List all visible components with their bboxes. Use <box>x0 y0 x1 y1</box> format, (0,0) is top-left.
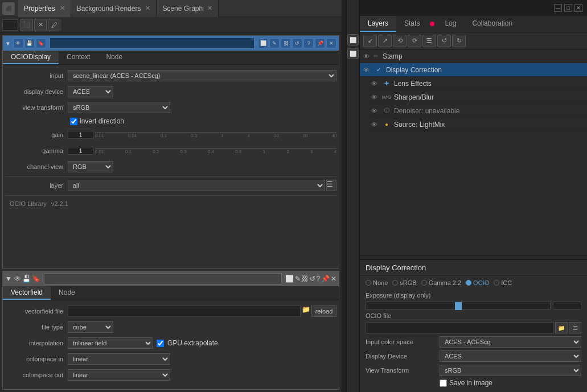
ocio-reload-btn[interactable]: ↺ <box>292 38 302 48</box>
ocio-close-btn[interactable]: ✕ <box>326 38 336 48</box>
tab-ocio-node[interactable]: Node <box>98 51 130 64</box>
vf-reload-btn[interactable]: reload <box>311 306 337 317</box>
right-tool-btn-2[interactable]: ↗ <box>378 35 392 47</box>
right-tool-btn-4[interactable]: ⟳ <box>408 35 421 47</box>
vf-pin-btn[interactable]: 📌 <box>321 275 330 283</box>
exposure-slider[interactable] <box>366 302 551 310</box>
toolbar-btn-3[interactable]: 🖊 <box>48 19 60 31</box>
layer-eye-display-correction[interactable]: 👁 <box>363 67 373 73</box>
vf-close-btn[interactable]: ✕ <box>331 275 336 283</box>
vf-link-btn[interactable]: ⛓ <box>302 275 309 283</box>
ocio-eye-btn[interactable]: 👁 <box>13 38 23 48</box>
tab-properties[interactable]: Properties ✕ <box>18 0 71 17</box>
right-tab-layers[interactable]: Layers <box>360 16 396 32</box>
layer-menu-btn[interactable]: ☰ <box>326 180 336 191</box>
right-tool-btn-6[interactable]: ↺ <box>437 35 451 47</box>
toolbar-btn-1[interactable]: ⬛ <box>20 19 33 31</box>
right-tab-stats[interactable]: Stats <box>396 16 428 32</box>
vf-file-type-select[interactable]: cube <box>68 321 113 333</box>
layer-eye-source-lightmix[interactable]: 👁 <box>371 121 381 128</box>
right-tool-btn-7[interactable]: ↻ <box>452 35 466 47</box>
vf-file-input[interactable]: LATE/projects/0018_rowParking/maya/LUT/f… <box>68 306 301 317</box>
ocio-file-browse-btn[interactable]: 📁 <box>555 322 568 333</box>
vectorfield-collapse-arrow[interactable]: ▼ <box>5 275 12 283</box>
radio-ocio[interactable]: OCIO <box>466 279 489 286</box>
right-tab-log[interactable]: Log <box>437 16 464 32</box>
gain-slider-track[interactable] <box>95 132 336 133</box>
input-colorspace-select[interactable]: ACES - ACEScg <box>440 336 581 348</box>
win-close-btn[interactable]: ✕ <box>574 4 582 12</box>
tab-close-properties[interactable]: ✕ <box>60 5 65 12</box>
tab-background-renders[interactable]: Background Renders ✕ <box>71 0 157 17</box>
layer-item-sharpen-blur[interactable]: 👁 IMG Sharpen/Blur <box>368 90 587 104</box>
layer-item-denoiser[interactable]: 👁 ⓘ Denoiser: unavailable <box>368 104 587 118</box>
ocio-collapse-arrow[interactable]: ▼ <box>5 40 11 47</box>
side-icon-1[interactable]: ⬜ <box>347 34 359 46</box>
win-restore-btn[interactable]: □ <box>564 4 572 12</box>
vf-colorspace-in-select[interactable]: linear <box>68 353 170 365</box>
vectorfield-node-name-input[interactable]: Vectorfield2 <box>44 273 282 284</box>
radio-gamma22[interactable]: Gamma 2.2 <box>421 279 461 286</box>
vf-reload-btn[interactable]: ↺ <box>310 275 315 283</box>
ocio-node-name-input[interactable]: OCIODisplay1 <box>50 38 254 49</box>
radio-icc[interactable]: ICC <box>494 279 512 286</box>
vf-bookmark-btn[interactable]: 🔖 <box>32 275 40 283</box>
ocio-pin-btn[interactable]: 📌 <box>315 38 325 48</box>
ocio-view-btn[interactable]: ⬜ <box>258 38 268 48</box>
gamma-input[interactable] <box>68 147 93 155</box>
right-tool-btn-3[interactable]: ⟲ <box>393 35 407 47</box>
ocio-edit-btn[interactable]: ✎ <box>269 38 280 48</box>
vf-colorspace-out-select[interactable]: linear <box>68 369 170 381</box>
radio-srgb[interactable]: sRGB <box>392 279 416 286</box>
radio-none[interactable]: None <box>366 279 388 286</box>
right-tool-btn-1[interactable]: ↙ <box>363 35 377 47</box>
gain-input[interactable] <box>68 131 93 139</box>
exposure-value-input[interactable]: 0.000 <box>553 302 581 310</box>
layer-eye-denoiser[interactable]: 👁 <box>371 108 381 114</box>
tab-close-background-renders[interactable]: ✕ <box>145 5 150 12</box>
layer-item-lens-effects[interactable]: 👁 ✚ Lens Effects <box>368 77 587 90</box>
layer-item-stamp[interactable]: 👁 ✏ Stamp <box>360 49 587 63</box>
channel-view-select[interactable]: RGB <box>68 161 113 172</box>
vf-gpu-extrapolate-checkbox[interactable] <box>157 340 164 347</box>
input-select[interactable]: scene_linear (ACES - ACEScg) <box>68 70 336 81</box>
vf-interpolation-select[interactable]: trilinear field <box>68 337 153 349</box>
win-minimize-btn[interactable]: — <box>554 4 562 12</box>
right-tool-btn-5[interactable]: ☰ <box>422 35 436 47</box>
vf-view-btn[interactable]: ⬜ <box>285 275 294 283</box>
layer-item-source-lightmix[interactable]: 👁 ● Source: LightMix <box>368 118 587 131</box>
view-transform-select[interactable]: sRGB <box>68 102 170 113</box>
display-device-select[interactable]: ACES <box>68 86 113 97</box>
gamma-slider-track[interactable] <box>95 148 336 149</box>
ocio-file-path-input[interactable]: C:/aces_1.2/config.ocio <box>366 322 554 333</box>
tab-vf-node[interactable]: Node <box>51 286 83 300</box>
ocio-link-btn[interactable]: ⛓ <box>281 38 291 48</box>
vf-help-btn[interactable]: ? <box>317 275 321 283</box>
vf-eye-btn[interactable]: 👁 <box>14 275 21 283</box>
invert-direction-checkbox[interactable] <box>70 118 77 125</box>
ocio-save-btn[interactable]: 💾 <box>24 38 35 48</box>
toolbar-number[interactable]: 10 <box>2 19 18 31</box>
side-icon-2[interactable]: ⬜ <box>347 48 359 59</box>
vf-edit-btn[interactable]: ✎ <box>295 275 301 283</box>
vf-save-btn[interactable]: 💾 <box>22 275 31 283</box>
tab-ocio-display[interactable]: OCIODisplay <box>3 51 59 64</box>
toolbar-btn-2[interactable]: ✕ <box>34 19 47 31</box>
view-transform-props-select[interactable]: sRGB <box>440 365 581 376</box>
save-in-image-checkbox[interactable] <box>440 379 447 387</box>
layer-eye-sharpen-blur[interactable]: 👁 <box>371 94 381 101</box>
layer-select[interactable]: all <box>68 180 325 191</box>
tab-vf-vectorfield[interactable]: Vectorfield <box>3 286 51 300</box>
vf-file-browse-btn[interactable]: 📁 <box>302 306 310 317</box>
layer-eye-stamp[interactable]: 👁 <box>363 53 373 60</box>
ocio-file-menu-btn[interactable]: ☰ <box>569 322 581 333</box>
layer-item-display-correction[interactable]: 👁 ✔ Display Correction <box>360 63 587 77</box>
right-tab-collaboration[interactable]: Collaboration <box>464 16 520 32</box>
ocio-bookmark-btn[interactable]: 🔖 <box>36 38 46 48</box>
layer-eye-lens-effects[interactable]: 👁 <box>371 80 381 87</box>
ocio-help-btn[interactable]: ? <box>303 38 314 48</box>
tab-close-scene-graph[interactable]: ✕ <box>207 5 212 12</box>
tab-scene-graph[interactable]: Scene Graph ✕ <box>157 0 219 17</box>
display-device-props-select[interactable]: ACES <box>440 350 581 362</box>
tab-ocio-context[interactable]: Context <box>59 51 98 64</box>
